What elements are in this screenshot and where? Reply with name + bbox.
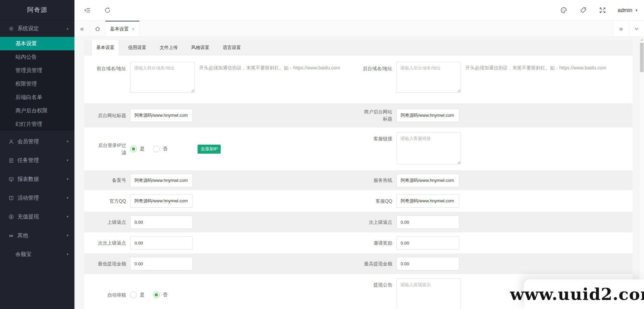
front-domain-textarea[interactable] [130,62,195,93]
app-logo: 阿奇源 [0,0,74,20]
parent-rebate-label: 上级返点 [84,219,130,226]
ip-filter-yes-radio[interactable]: 是 [130,146,145,152]
sidebar-item-backend-whitelist[interactable]: 后端白名单 [0,91,74,104]
sidebar-item-basic-settings[interactable]: 基本设置 [0,37,74,50]
scrollbar-thumb[interactable] [640,43,644,72]
sidebar-group-yuebao[interactable]: 余额宝 ▼ [0,245,74,264]
sidebar-item-slideshow-management[interactable]: 幻灯片管理 [0,117,74,131]
form-row: 上级返点 次上级返点 [84,212,633,233]
invite-reward-input[interactable] [396,236,459,250]
user-menu[interactable]: admin ▼ [618,7,638,13]
merchant-site-title-label: 商户后台网站标题 [359,108,396,122]
sidebar-item-merchant-permission[interactable]: 商户后台权限 [0,104,74,117]
sidebar-item-site-announcement[interactable]: 站内公告 [0,50,74,64]
max-withdraw-input[interactable] [396,257,459,270]
tab-file-upload[interactable]: 文件上传 [155,40,182,55]
sidebar-group-label: 其他 [17,232,28,239]
sidebar-group-tasks[interactable]: 任务管理 ▼ [0,151,74,170]
sidebar-group-label: 充值提现 [17,213,39,220]
service-qq-label: 客服QQ [359,198,396,205]
close-tab-icon[interactable]: × [132,27,135,32]
chevron-down-icon [634,26,640,32]
tab-label: 基本设置 [110,26,129,32]
withdraw-notice-label: 提现公告 [359,278,396,289]
ip-filter-label: 后台登录IP过滤 [84,142,130,156]
hotline-input[interactable] [396,174,459,187]
tabs-menu-button[interactable] [629,21,644,37]
sidebar-group-label: 余额宝 [15,251,32,258]
tag-icon[interactable] [580,7,587,14]
sidebar-group-system: 系统设定 ▲ 基本设置 站内公告 管理员管理 权限管理 后端白名单 商户后台权限… [0,20,74,131]
admin-site-title-label: 后台网站标题 [84,112,130,119]
sidebar-group-label: 会员管理 [17,138,39,145]
scroll-up-arrow-icon[interactable]: ▲ [639,37,644,41]
ip-filter-no-radio[interactable]: 否 [153,146,167,152]
merchant-site-title-input[interactable] [396,109,459,122]
form-row: 最低提现金额 最高提现金额 [84,253,633,274]
app-root: 阿奇源 系统设定 ▲ 基本设置 站内公告 管理员管理 权限管理 后端白名单 商户… [0,0,644,309]
sidebar-item-admin-management[interactable]: 管理员管理 [0,64,74,77]
radio-dot-icon [130,146,137,152]
auto-audit-label: 自动审核 [84,292,130,299]
sidebar-group-recharge-withdraw[interactable]: 充值提现 ▼ [0,207,74,226]
chevron-up-icon: ▲ [66,27,69,30]
sidebar-group-reports[interactable]: 报表数据 ▼ [0,170,74,189]
fullscreen-icon[interactable] [599,7,606,14]
watermark: www.uuid2.com [524,279,644,309]
tab-language-settings[interactable]: 语言设置 [218,40,245,55]
min-withdraw-input[interactable] [130,257,193,270]
sidebar-item-permission-management[interactable]: 权限管理 [0,77,74,91]
auto-audit-yes-radio[interactable]: 是 [130,292,145,298]
sidebar-group-label: 任务管理 [17,157,39,164]
sidebar-group-members[interactable]: 会员管理 ▼ [0,132,74,151]
form-row: 次次上级返点 邀请奖励 [84,233,633,253]
tab-basic-settings[interactable]: 基本设置 [92,40,119,55]
second-parent-rebate-input[interactable] [396,215,459,229]
tabs-scroll-right-button[interactable]: » [613,21,629,37]
username: admin [618,7,633,13]
service-link-textarea[interactable] [396,132,461,164]
palette-icon[interactable] [560,7,568,14]
service-link-label: 客服链接 [359,132,396,142]
chevron-down-icon: ▼ [66,159,69,162]
parent-rebate-input[interactable] [130,215,193,229]
settings-card: 基本设置 信用设置 文件上传 风格设置 语言设置 前台域名/地址 开头必须加通信… [84,40,633,309]
sidebar-group-other[interactable]: ∞ 其他 ▼ [0,226,74,245]
refresh-icon[interactable] [104,7,111,14]
settings-form: 前台域名/地址 开头必须加通信协议，末尾不要留斜杠。如：https://www.… [84,55,633,309]
sidebar-group-label: 系统设定 [17,25,39,32]
icp-number-input[interactable] [130,174,193,187]
form-row: 前台域名/地址 开头必须加通信协议，末尾不要留斜杠。如：https://www.… [84,55,633,103]
add-ip-button[interactable]: 去添加IP [198,145,221,154]
tabs-scroll-left-button[interactable]: « [74,21,90,37]
form-row: 后台网站标题 商户后台网站标题 [84,103,633,127]
auto-audit-no-radio[interactable]: 否 [153,292,167,298]
icp-number-label: 备案号 [84,177,130,184]
tab-basic-settings[interactable]: 基本设置 × [105,21,140,37]
topbar: admin ▼ [74,0,644,21]
tab-credit-settings[interactable]: 信用设置 [124,40,151,55]
infinity-icon: ∞ [8,233,14,239]
home-tab-button[interactable] [90,21,105,37]
withdraw-notice-textarea[interactable] [396,278,461,309]
radio-label: 是 [140,146,145,152]
recharge-icon [8,214,14,220]
third-parent-rebate-input[interactable] [130,236,193,250]
tab-style-settings[interactable]: 风格设置 [187,40,214,55]
third-parent-rebate-label: 次次上级返点 [84,240,130,247]
menu-fold-icon[interactable] [84,7,91,14]
back-domain-label: 后台域名/地址 [359,62,396,72]
sidebar-group-activities[interactable]: 活动管理 ▼ [0,189,74,207]
sidebar-groups: 会员管理 ▼ 任务管理 ▼ 报表数据 ▼ 活动 [0,131,74,264]
official-qq-input[interactable] [130,194,193,208]
radio-dot-icon [153,146,160,152]
caret-down-icon: ▼ [635,9,638,12]
back-domain-textarea[interactable] [396,62,461,93]
admin-site-title-input[interactable] [130,109,193,122]
sidebar-group-system-header[interactable]: 系统设定 ▲ [0,20,74,37]
tabbar: « 基本设置 × » [74,21,644,37]
vertical-scrollbar[interactable]: ▲ [639,37,644,309]
content-area: 基本设置 信用设置 文件上传 风格设置 语言设置 前台域名/地址 开头必须加通信… [74,37,644,309]
home-icon [95,26,101,32]
service-qq-input[interactable] [396,194,459,208]
